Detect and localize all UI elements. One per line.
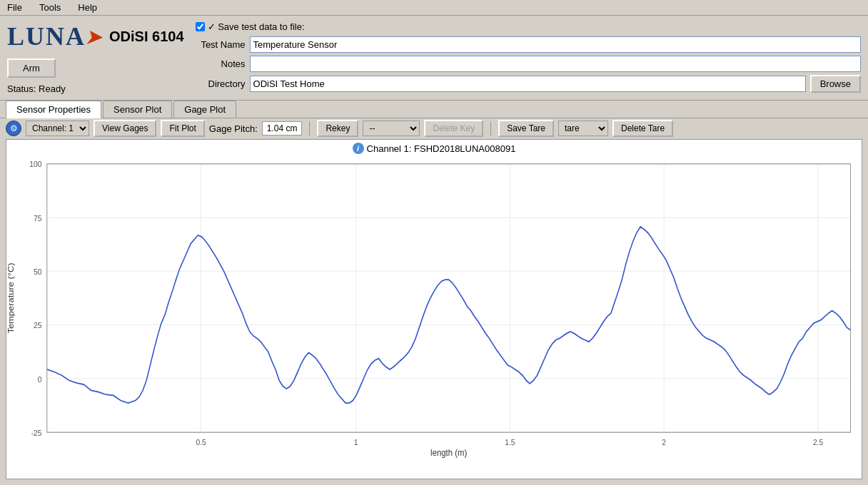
save-label: ✓ Save test data to file: <box>208 21 305 32</box>
delete-key-button[interactable]: Delete Key <box>424 120 483 137</box>
test-name-label: Test Name <box>196 39 246 50</box>
tab-sensor-properties[interactable]: Sensor Properties <box>6 101 101 118</box>
notes-input[interactable] <box>250 56 861 72</box>
notes-label: Notes <box>196 58 246 69</box>
svg-text:0: 0 <box>38 374 42 384</box>
gage-pitch-value: 1.04 cm <box>262 121 303 136</box>
svg-text:-25: -25 <box>31 428 42 437</box>
menu-help[interactable]: Help <box>75 1 100 14</box>
toolbar-row: ⚙ Channel: 1 View Gages Fit Plot Gage Pi… <box>0 118 868 139</box>
svg-rect-1 <box>47 164 851 432</box>
chart-title: i Channel 1: FSHD2018LUNA008091 <box>6 140 862 155</box>
svg-text:1: 1 <box>354 437 358 446</box>
svg-text:length (m): length (m) <box>430 447 467 458</box>
tab-sensor-plot[interactable]: Sensor Plot <box>103 101 172 118</box>
status-row: Status: Ready <box>7 83 66 94</box>
delete-tare-button[interactable]: Delete Tare <box>612 120 673 137</box>
form-section: ✓ Save test data to file: Test Name Note… <box>196 21 861 93</box>
channel-select[interactable]: Channel: 1 <box>26 121 89 136</box>
menu-bar: File Tools Help <box>0 0 868 16</box>
key-select[interactable]: -- <box>363 121 420 136</box>
svg-text:100: 100 <box>29 160 41 169</box>
test-name-input[interactable] <box>250 36 861 53</box>
info-icon: i <box>353 143 364 154</box>
svg-text:75: 75 <box>34 213 41 223</box>
directory-label: Directory <box>196 78 246 89</box>
view-gages-button[interactable]: View Gages <box>94 120 156 137</box>
save-tare-button[interactable]: Save Tare <box>498 120 554 137</box>
logo-area: LUNA ➤ ODiSI 6104 Arm Status: Ready <box>7 21 184 94</box>
chart-svg: 100 75 50 25 0 -25 0.5 1 1.5 2 2.5 lengt… <box>6 155 862 474</box>
tabs-section: Sensor Properties Sensor Plot Gage Plot <box>0 101 868 118</box>
device-name: ODiSI 6104 <box>109 29 184 45</box>
status-value: Ready <box>39 83 66 94</box>
divider-1 <box>309 121 310 136</box>
browse-button[interactable]: Browse <box>810 75 861 93</box>
svg-text:25: 25 <box>34 321 41 330</box>
fit-plot-button[interactable]: Fit Plot <box>161 120 204 137</box>
gage-pitch-label: Gage Pitch: <box>209 123 258 134</box>
chart-title-text: Channel 1: FSHD2018LUNA008091 <box>367 143 516 154</box>
svg-text:50: 50 <box>34 267 41 276</box>
menu-tools[interactable]: Tools <box>36 1 64 14</box>
divider-2 <box>490 121 491 136</box>
menu-file[interactable]: File <box>4 1 25 14</box>
logo-text: LUNA <box>7 21 86 51</box>
tare-select[interactable]: tare <box>558 121 608 136</box>
svg-text:0.5: 0.5 <box>196 437 206 446</box>
directory-input[interactable] <box>250 76 806 92</box>
svg-text:Temperature (°C): Temperature (°C) <box>6 262 16 333</box>
chart-area: 100 75 50 25 0 -25 0.5 1 1.5 2 2.5 lengt… <box>6 155 862 474</box>
gear-icon[interactable]: ⚙ <box>6 121 21 136</box>
arm-button[interactable]: Arm <box>7 58 56 78</box>
svg-text:1.5: 1.5 <box>505 437 515 446</box>
rekey-button[interactable]: Rekey <box>317 120 358 137</box>
save-checkbox[interactable] <box>196 22 205 31</box>
logo-arrow: ➤ <box>84 24 102 49</box>
svg-text:2: 2 <box>662 437 666 446</box>
svg-text:2.5: 2.5 <box>813 437 823 446</box>
chart-container: i Channel 1: FSHD2018LUNA008091 <box>6 139 862 479</box>
status-label: Status: <box>7 83 36 94</box>
tab-gage-plot[interactable]: Gage Plot <box>173 101 236 118</box>
